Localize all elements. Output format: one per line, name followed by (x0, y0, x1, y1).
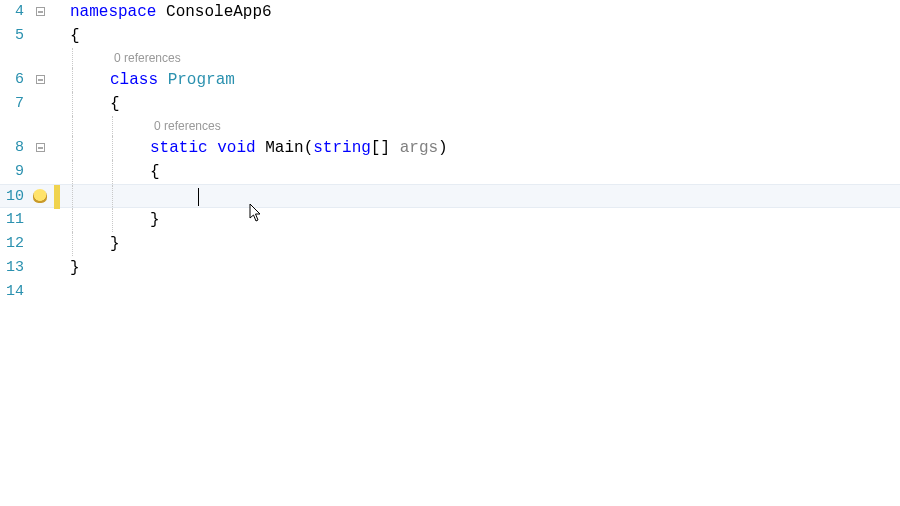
code-text[interactable]: { (70, 92, 900, 116)
token-pln: ( (304, 139, 314, 157)
token-pln (256, 139, 266, 157)
line-number: 5 (0, 24, 30, 48)
gutter-margin (30, 185, 70, 209)
code-text[interactable]: } (70, 208, 900, 232)
token-pln: [] (371, 139, 400, 157)
token-pln: } (150, 211, 160, 229)
code-text[interactable]: namespace ConsoleApp6 (70, 0, 900, 24)
token-pln: } (70, 259, 80, 277)
gutter-margin (30, 48, 70, 68)
code-line[interactable]: 8static void Main(string[] args) (0, 136, 900, 160)
line-number: 13 (0, 256, 30, 280)
token-kw: static (150, 139, 208, 157)
gutter-margin (30, 116, 70, 136)
code-text[interactable]: class Program (70, 68, 900, 92)
line-number: 10 (0, 185, 30, 209)
token-kw: string (313, 139, 371, 157)
code-text[interactable] (70, 185, 900, 209)
gutter-margin (30, 68, 70, 92)
code-text[interactable]: } (70, 232, 900, 256)
code-editor[interactable]: 4namespace ConsoleApp65{0 references6cla… (0, 0, 900, 506)
line-number: 9 (0, 160, 30, 184)
line-number: 11 (0, 208, 30, 232)
code-text[interactable]: { (70, 24, 900, 48)
code-line[interactable]: 4namespace ConsoleApp6 (0, 0, 900, 24)
gutter-margin (30, 232, 70, 256)
token-pln (156, 3, 166, 21)
code-line[interactable]: 13} (0, 256, 900, 280)
token-pln (208, 139, 218, 157)
code-line[interactable]: 10 (0, 184, 900, 208)
code-text[interactable]: static void Main(string[] args) (70, 136, 900, 160)
token-pln: { (110, 95, 120, 113)
token-pln: Main (265, 139, 303, 157)
token-pln: { (70, 27, 80, 45)
code-line[interactable]: 14 (0, 280, 900, 304)
gutter-margin (30, 208, 70, 232)
line-number: 6 (0, 68, 30, 92)
text-caret (198, 188, 199, 206)
code-line[interactable]: 7{ (0, 92, 900, 116)
codelens-text[interactable]: 0 references (70, 48, 900, 68)
gutter-margin (30, 256, 70, 280)
line-number: 12 (0, 232, 30, 256)
code-line[interactable]: 11} (0, 208, 900, 232)
code-line[interactable]: 6class Program (0, 68, 900, 92)
code-text[interactable]: } (70, 256, 900, 280)
token-pln: { (150, 163, 160, 181)
fold-toggle-icon[interactable] (36, 143, 45, 152)
gutter-margin (30, 160, 70, 184)
fold-toggle-icon[interactable] (36, 75, 45, 84)
codelens-text[interactable]: 0 references (70, 116, 900, 136)
token-type: Program (168, 71, 235, 89)
gutter-margin (30, 280, 70, 304)
gutter-margin (30, 0, 70, 24)
codelens-row[interactable]: 0 references (0, 48, 900, 68)
codelens-row[interactable]: 0 references (0, 116, 900, 136)
code-text[interactable]: { (70, 160, 900, 184)
codelens-label[interactable]: 0 references (70, 51, 181, 65)
fold-toggle-icon[interactable] (36, 7, 45, 16)
line-number: 8 (0, 136, 30, 160)
lightbulb-icon[interactable] (33, 189, 47, 203)
token-kw: class (110, 71, 158, 89)
change-marker (54, 185, 60, 209)
gutter-margin (30, 92, 70, 116)
token-pln (158, 71, 168, 89)
line-number: 4 (0, 0, 30, 24)
code-line[interactable]: 9{ (0, 160, 900, 184)
code-line[interactable]: 5{ (0, 24, 900, 48)
token-kw: namespace (70, 3, 156, 21)
token-param: args (400, 139, 438, 157)
code-line[interactable]: 12} (0, 232, 900, 256)
token-pln: ) (438, 139, 448, 157)
line-number: 14 (0, 280, 30, 304)
gutter-margin (30, 136, 70, 160)
token-pln: ConsoleApp6 (166, 3, 272, 21)
codelens-label[interactable]: 0 references (70, 119, 221, 133)
token-pln: } (110, 235, 120, 253)
token-kw: void (217, 139, 255, 157)
gutter-margin (30, 24, 70, 48)
line-number: 7 (0, 92, 30, 116)
